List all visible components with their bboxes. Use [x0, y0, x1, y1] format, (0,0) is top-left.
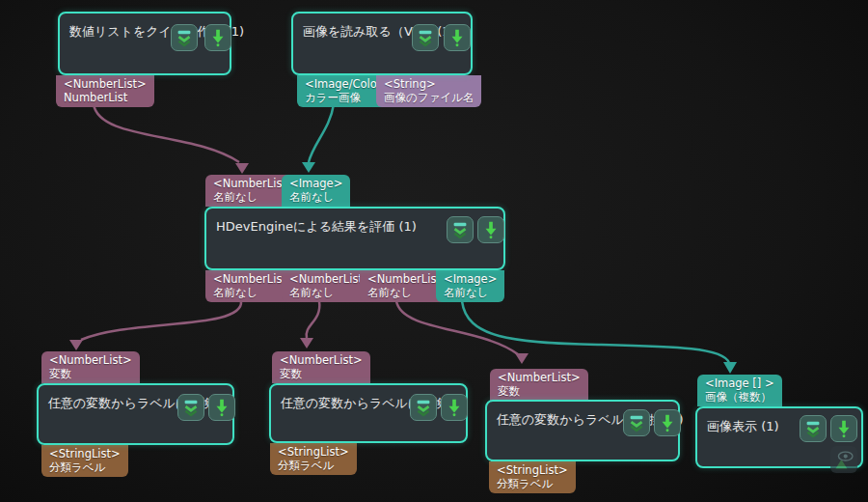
port-type: <Image> — [444, 272, 497, 286]
collapse-button[interactable] — [623, 409, 650, 436]
port-out-class-label[interactable]: <StringList> 分類ラベル — [489, 461, 576, 493]
node-title: 任意の変数からラベルに変換 (2) — [281, 395, 468, 412]
port-in-variable[interactable]: <NumberList> 変数 — [272, 351, 370, 383]
insert-down-arrow-icon — [447, 27, 468, 48]
port-name: 分類ラベル — [497, 477, 568, 490]
port-type: <NumberList> — [498, 371, 581, 384]
port-out-numberlist[interactable]: <NumberList> NumberList — [56, 75, 154, 107]
wire-image-to-display[interactable] — [462, 301, 729, 363]
node-title: 任意の変数からラベルに変換 (1) — [48, 395, 235, 412]
node-title: 画像表示 (1) — [707, 418, 779, 435]
port-type: <StringList> — [49, 447, 121, 460]
insert-down-arrow-icon — [480, 219, 502, 240]
insert-step-button[interactable] — [204, 24, 231, 51]
insert-step-button[interactable] — [830, 415, 857, 442]
port-name: 名前なし — [444, 286, 497, 299]
port-name: NumberList — [64, 91, 147, 104]
port-name: 画像（複数） — [705, 390, 774, 404]
collapse-button[interactable] — [412, 24, 439, 51]
insert-step-button[interactable] — [477, 216, 504, 243]
insert-step-button[interactable] — [444, 24, 471, 51]
port-type: <StringList> — [497, 463, 568, 477]
wire-colorimage-to-evaluate[interactable] — [309, 104, 334, 162]
node-convert-variable-to-label-2[interactable]: 任意の変数からラベルに変換 (2) — [269, 383, 468, 443]
port-name: 変数 — [498, 384, 581, 398]
collapse-button[interactable] — [410, 394, 437, 421]
collapse-chevrons-icon — [415, 27, 436, 48]
port-type: <NumberList> — [280, 353, 363, 367]
port-name: 分類ラベル — [49, 460, 121, 474]
port-in-variable[interactable]: <NumberList> 変数 — [41, 351, 140, 383]
port-name: 分類ラベル — [278, 459, 349, 472]
port-type: <Image> — [289, 177, 342, 190]
port-out-image-filename[interactable]: <String> 画像のファイル名 — [376, 75, 481, 107]
collapse-chevrons-icon — [449, 219, 471, 240]
insert-down-arrow-icon — [207, 27, 229, 48]
node-graph-canvas[interactable]: <NumberList> NumberList 数値リストをクイック作成 (1)… — [0, 0, 868, 502]
eye-mountain-glyph — [832, 448, 855, 471]
insert-step-button[interactable] — [208, 394, 235, 421]
port-type: <NumberList> — [64, 77, 147, 91]
collapse-chevrons-icon — [626, 412, 647, 433]
port-name: 変数 — [280, 367, 363, 380]
collapse-button[interactable] — [177, 394, 204, 421]
node-image-display[interactable]: 画像表示 (1) — [695, 406, 863, 468]
collapse-chevrons-icon — [174, 27, 195, 48]
wire-out1-to-convert1[interactable] — [81, 301, 241, 340]
port-type: <NumberList> — [49, 353, 132, 367]
port-in-variable[interactable]: <NumberList> 変数 — [490, 369, 588, 401]
image-preview-eye-icon[interactable] — [830, 446, 857, 473]
port-name: 変数 — [49, 367, 132, 380]
wire-out3-to-convert3[interactable] — [396, 301, 518, 354]
insert-down-arrow-icon — [833, 418, 854, 439]
collapse-chevrons-icon — [802, 418, 824, 439]
port-out-class-label[interactable]: <StringList> 分類ラベル — [270, 443, 357, 475]
collapse-button[interactable] — [171, 24, 198, 51]
wire-numberlist-to-evaluate[interactable] — [94, 104, 239, 162]
insert-step-button[interactable] — [654, 409, 681, 436]
wire-out2-to-convert2[interactable] — [307, 301, 320, 338]
insert-step-button[interactable] — [441, 394, 468, 421]
insert-down-arrow-icon — [444, 397, 465, 418]
collapse-button[interactable] — [447, 216, 474, 243]
insert-down-arrow-icon — [211, 397, 232, 418]
port-out-image-unnamed[interactable]: <Image> 名前なし — [436, 270, 504, 302]
port-name: 名前なし — [289, 190, 342, 204]
node-hdevengine-evaluate[interactable]: HDevEngineによる結果を評価 (1) — [204, 207, 505, 270]
port-type: <StringList> — [278, 445, 349, 459]
port-in-image-unnamed[interactable]: <Image> 名前なし — [282, 175, 350, 207]
collapse-chevrons-icon — [180, 397, 202, 418]
port-out-class-label[interactable]: <StringList> 分類ラベル — [41, 445, 128, 477]
port-name: 画像のファイル名 — [384, 91, 474, 104]
node-convert-variable-to-label-1[interactable]: 任意の変数からラベルに変換 (1) — [37, 383, 234, 445]
node-convert-variable-to-label-3[interactable]: 任意の変数からラベルに変換 (3) — [485, 400, 680, 461]
insert-down-arrow-icon — [657, 412, 678, 433]
node-title: HDevEngineによる結果を評価 (1) — [216, 218, 417, 236]
collapse-button[interactable] — [800, 415, 827, 442]
port-type: <String> — [384, 77, 474, 91]
node-read-image-v2[interactable]: 画像を読み取る（V2） (1) — [291, 12, 473, 75]
node-quick-create-numberlist[interactable]: 数値リストをクイック作成 (1) — [58, 12, 231, 75]
collapse-chevrons-icon — [413, 397, 434, 418]
port-type: <Image [] > — [705, 376, 774, 390]
port-in-images[interactable]: <Image [] > 画像（複数） — [697, 375, 782, 406]
